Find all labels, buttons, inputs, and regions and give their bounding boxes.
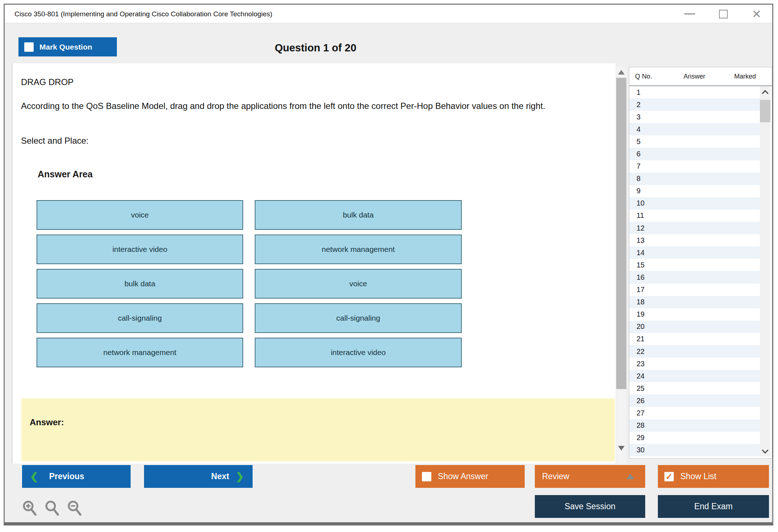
save-session-button[interactable]: Save Session	[535, 495, 645, 518]
previous-label: Previous	[49, 472, 84, 481]
chevron-right-icon: ❯	[236, 471, 244, 482]
show-answer-label: Show Answer	[438, 472, 488, 481]
question-list-row[interactable]: 4	[629, 123, 760, 135]
drag-item-network-management[interactable]: network management	[255, 235, 462, 264]
end-exam-label: End Exam	[694, 502, 732, 511]
question-list-row[interactable]: 24	[629, 370, 760, 382]
question-list-row[interactable]: 7	[629, 160, 760, 173]
question-list-row[interactable]: 27	[629, 407, 760, 419]
question-list-row[interactable]: 10	[629, 197, 760, 210]
question-number: 18	[637, 298, 644, 306]
question-list-row[interactable]: 14	[629, 246, 760, 259]
question-list-row[interactable]: 9	[629, 185, 760, 197]
question-counter: Question 1 of 20	[16, 42, 616, 54]
list-scroll-down-icon[interactable]	[761, 449, 769, 454]
question-number: 26	[637, 397, 644, 405]
show-answer-button[interactable]: Show Answer	[415, 465, 525, 488]
review-label: Review	[542, 472, 569, 481]
question-list-row[interactable]: 13	[629, 234, 760, 246]
show-list-button[interactable]: ✓ Show List	[658, 465, 769, 488]
drag-item-interactive-video[interactable]: interactive video	[37, 235, 243, 264]
question-list-row[interactable]: 25	[629, 382, 760, 394]
content-scrollbar[interactable]	[616, 67, 626, 464]
question-list-row[interactable]: 16	[629, 271, 760, 283]
drag-item-voice[interactable]: voice	[37, 200, 243, 230]
show-answer-checkbox[interactable]	[422, 472, 431, 481]
question-list-row[interactable]: 2	[629, 98, 760, 111]
minimize-icon[interactable]	[684, 13, 695, 14]
chevron-left-icon: ❮	[30, 471, 38, 482]
question-content-panel: DRAG DROP According to the QoS Baseline …	[12, 63, 616, 464]
question-list-row[interactable]: 17	[629, 284, 760, 296]
scroll-down-icon[interactable]	[618, 446, 625, 451]
scroll-up-icon[interactable]	[618, 70, 625, 75]
question-number: 16	[637, 273, 644, 282]
question-list-row[interactable]: 22	[629, 345, 760, 358]
question-number: 29	[637, 434, 644, 442]
review-button[interactable]: Review	[535, 465, 645, 488]
drag-item-voice[interactable]: voice	[255, 269, 462, 299]
drag-item-bulk-data[interactable]: bulk data	[37, 269, 243, 299]
question-list-row[interactable]: 1	[629, 86, 760, 98]
drag-items-right-column: bulk datanetwork managementvoicecall-sig…	[255, 200, 462, 367]
drag-item-bulk-data[interactable]: bulk data	[255, 200, 462, 230]
close-icon[interactable]: ✕	[752, 10, 761, 18]
question-list-row[interactable]: 12	[629, 222, 760, 234]
maximize-icon[interactable]	[719, 10, 728, 18]
zoom-out-icon[interactable]	[66, 500, 84, 517]
question-list-row[interactable]: 18	[629, 296, 760, 308]
next-button[interactable]: Next ❯	[144, 465, 253, 488]
drag-item-network-management[interactable]: network management	[37, 338, 243, 367]
question-list-row[interactable]: 23	[629, 358, 760, 370]
list-scrollbar-thumb[interactable]	[760, 100, 770, 122]
question-list-row[interactable]: 28	[629, 419, 760, 432]
question-number: 22	[637, 347, 644, 356]
list-scroll-up-icon[interactable]	[761, 90, 769, 94]
question-list-panel: Q No. Answer Marked 12345678910111213141…	[629, 67, 772, 459]
question-number: 28	[637, 421, 644, 430]
question-list-row[interactable]: 26	[629, 394, 760, 407]
column-marked: Marked	[720, 73, 770, 80]
question-list-row[interactable]: 19	[629, 308, 760, 321]
question-number: 2	[637, 101, 640, 109]
question-list-row[interactable]: 30	[629, 444, 760, 456]
window-title: Cisco 350-801 (Implementing and Operatin…	[14, 5, 272, 23]
save-session-label: Save Session	[565, 502, 616, 511]
question-list-row[interactable]: 20	[629, 321, 760, 333]
show-list-checkbox[interactable]: ✓	[664, 472, 674, 481]
triangle-up-icon	[626, 474, 634, 479]
drag-item-interactive-video[interactable]: interactive video	[255, 338, 462, 367]
zoom-reset-icon[interactable]	[44, 500, 61, 517]
question-number: 9	[637, 187, 640, 195]
question-list-row[interactable]: 3	[629, 111, 760, 123]
question-number: 20	[637, 322, 644, 331]
zoom-toolbar	[21, 500, 84, 517]
question-list-row[interactable]: 6	[629, 148, 760, 160]
question-list-row[interactable]: 15	[629, 259, 760, 271]
question-type-label: DRAG DROP	[21, 77, 73, 87]
question-number: 8	[637, 174, 640, 183]
end-exam-button[interactable]: End Exam	[658, 495, 769, 518]
checkmark-icon: ✓	[665, 472, 673, 481]
question-list-header: Q No. Answer Marked	[629, 67, 772, 86]
question-number: 4	[637, 125, 640, 134]
question-prompt: According to the QoS Baseline Model, dra…	[21, 100, 609, 112]
question-number: 15	[637, 261, 644, 269]
drag-item-call-signaling[interactable]: call-signaling	[255, 303, 462, 333]
question-list-row[interactable]: 11	[629, 210, 760, 222]
zoom-in-icon[interactable]	[21, 500, 39, 517]
question-list-row[interactable]: 5	[629, 135, 760, 148]
drag-item-call-signaling[interactable]: call-signaling	[37, 303, 243, 333]
question-number: 12	[637, 224, 644, 232]
question-number: 24	[637, 372, 644, 380]
question-list-row[interactable]: 8	[629, 173, 760, 185]
previous-button[interactable]: ❮ Previous	[22, 465, 131, 488]
scrollbar-thumb[interactable]	[616, 78, 626, 389]
question-number: 10	[637, 199, 644, 207]
question-list-scrollbar[interactable]	[760, 86, 770, 457]
question-number: 19	[637, 310, 644, 318]
exam-simulator-screen: Cisco 350-801 (Implementing and Operatin…	[0, 0, 778, 532]
show-list-label: Show List	[680, 472, 716, 481]
question-list-row[interactable]: 21	[629, 333, 760, 345]
question-list-row[interactable]: 29	[629, 432, 760, 444]
